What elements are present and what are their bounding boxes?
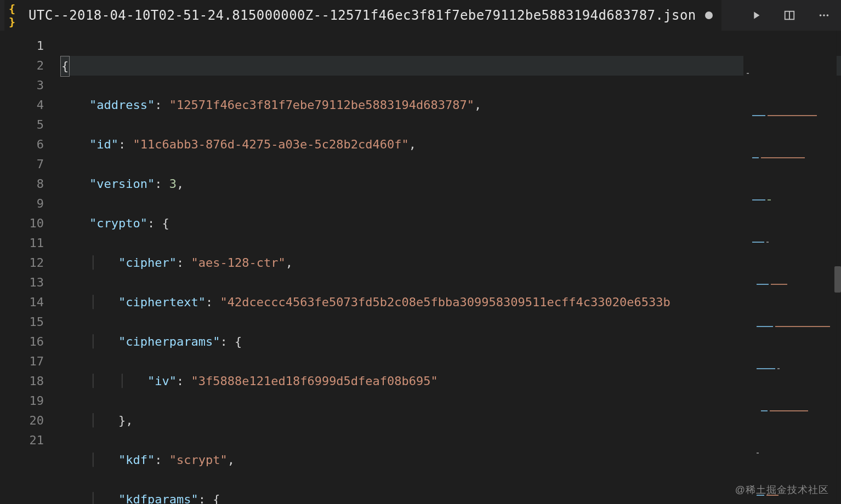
run-icon[interactable] [750, 9, 762, 21]
minimap[interactable] [743, 31, 837, 504]
line-number[interactable]: 8 [0, 174, 60, 194]
editor-actions [750, 9, 831, 21]
code-line: "address": "12571f46ec3f81f7ebe79112be58… [60, 95, 841, 115]
line-number[interactable]: 1 [0, 36, 60, 56]
line-number[interactable]: 12 [0, 253, 60, 273]
line-number[interactable]: 7 [0, 154, 60, 174]
code-line: │ "cipherparams": { [60, 332, 841, 352]
svg-point-4 [827, 14, 829, 16]
line-number[interactable]: 19 [0, 391, 60, 411]
unsaved-indicator-icon [705, 12, 713, 19]
code-line: "version": 3, [60, 174, 841, 194]
line-number[interactable]: 21 [0, 431, 60, 450]
line-number[interactable]: 4 [0, 95, 60, 115]
code-line: │ }, [60, 411, 841, 431]
line-number[interactable]: 9 [0, 194, 60, 214]
line-number[interactable]: 14 [0, 293, 60, 312]
json-file-icon: { } [9, 8, 23, 22]
code-line: "id": "11c6abb3-876d-4275-a03e-5c28b2cd4… [60, 135, 841, 154]
code-line: │ "kdf": "scrypt", [60, 450, 841, 470]
tab-bar: { } UTC--2018-04-10T02-51-24.815000000Z-… [0, 0, 841, 31]
line-number-gutter: 1 2 3 4 5 6 7 8 9 10 11 12 13 14 15 16 1… [0, 31, 60, 504]
vertical-scrollbar[interactable] [834, 31, 841, 504]
code-line: { [60, 56, 841, 76]
line-number[interactable]: 17 [0, 352, 60, 371]
code-area[interactable]: { "address": "12571f46ec3f81f7ebe79112be… [60, 31, 841, 504]
split-editor-icon[interactable] [783, 9, 796, 21]
line-number[interactable]: 13 [0, 273, 60, 293]
line-number[interactable]: 5 [0, 115, 60, 135]
code-line: │ │ "iv": "3f5888e121ed18f6999d5dfeaf08b… [60, 371, 841, 391]
svg-point-2 [820, 14, 822, 16]
line-number[interactable]: 3 [0, 76, 60, 95]
watermark: @稀土掘金技术社区 [735, 483, 829, 496]
line-number[interactable]: 11 [0, 233, 60, 253]
line-number[interactable]: 15 [0, 312, 60, 332]
line-number[interactable]: 18 [0, 371, 60, 391]
code-line: │ "ciphertext": "42dceccc4563fe5073fd5b2… [60, 293, 841, 312]
scrollbar-thumb[interactable] [834, 266, 841, 293]
more-icon[interactable] [817, 9, 831, 21]
line-number[interactable]: 20 [0, 411, 60, 431]
tab-filename: UTC--2018-04-10T02-51-24.815000000Z--125… [29, 8, 696, 23]
code-line: │ "kdfparams": { [60, 490, 841, 504]
line-number[interactable]: 6 [0, 135, 60, 154]
editor: 1 2 3 4 5 6 7 8 9 10 11 12 13 14 15 16 1… [0, 31, 841, 504]
code-line: "crypto": { [60, 214, 841, 233]
svg-point-3 [823, 14, 825, 16]
line-number[interactable]: 16 [0, 332, 60, 352]
code-line: │ "cipher": "aes-128-ctr", [60, 253, 841, 273]
line-number[interactable]: 10 [0, 214, 60, 233]
line-number[interactable]: 2 [0, 56, 60, 76]
editor-tab[interactable]: { } UTC--2018-04-10T02-51-24.815000000Z-… [4, 0, 721, 31]
